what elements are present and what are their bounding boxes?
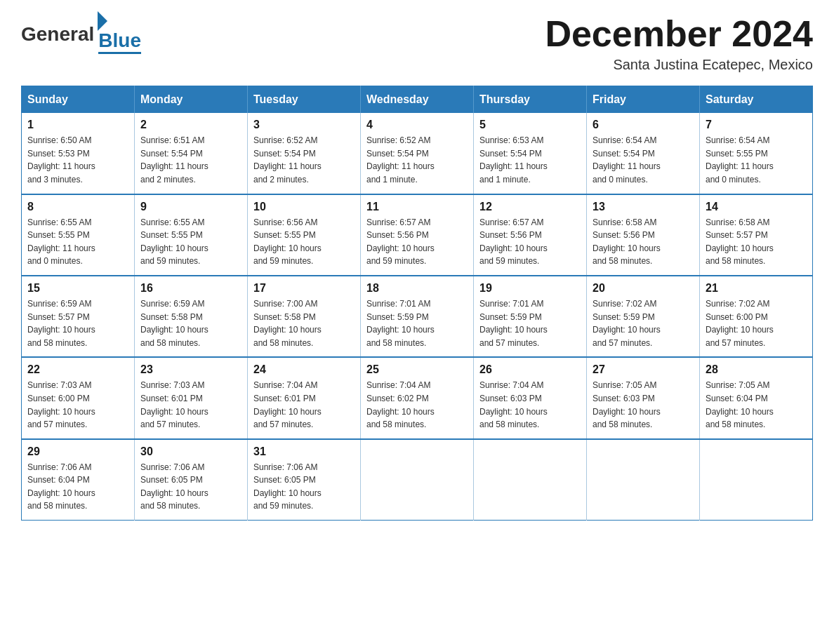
day-info: Sunrise: 6:57 AMSunset: 5:56 PMDaylight:… — [479, 216, 581, 268]
logo-general-text: General — [21, 23, 94, 46]
day-number: 2 — [140, 119, 241, 131]
day-info: Sunrise: 6:59 AMSunset: 5:57 PMDaylight:… — [27, 297, 128, 349]
table-row: 23Sunrise: 7:03 AMSunset: 6:01 PMDayligh… — [135, 357, 248, 438]
day-info: Sunrise: 6:53 AMSunset: 5:54 PMDaylight:… — [479, 134, 581, 186]
day-info: Sunrise: 7:03 AMSunset: 6:00 PMDaylight:… — [27, 379, 128, 431]
table-row: 17Sunrise: 7:00 AMSunset: 5:58 PMDayligh… — [248, 276, 361, 357]
logo-underline — [98, 52, 141, 54]
table-row: 24Sunrise: 7:04 AMSunset: 6:01 PMDayligh… — [248, 357, 361, 438]
table-row: 2Sunrise: 6:51 AMSunset: 5:54 PMDaylight… — [135, 113, 248, 194]
day-info: Sunrise: 7:03 AMSunset: 6:01 PMDaylight:… — [140, 379, 241, 431]
day-info: Sunrise: 6:58 AMSunset: 5:57 PMDaylight:… — [706, 216, 807, 268]
week-row-2: 8Sunrise: 6:55 AMSunset: 5:55 PMDaylight… — [22, 194, 813, 276]
month-title: December 2024 — [545, 14, 813, 54]
days-of-week-row: Sunday Monday Tuesday Wednesday Thursday… — [22, 86, 813, 114]
table-row: 21Sunrise: 7:02 AMSunset: 6:00 PMDayligh… — [700, 276, 813, 357]
table-row: 29Sunrise: 7:06 AMSunset: 6:04 PMDayligh… — [22, 439, 135, 521]
day-number: 7 — [706, 119, 807, 131]
day-info: Sunrise: 7:05 AMSunset: 6:04 PMDaylight:… — [706, 379, 807, 431]
day-info: Sunrise: 7:04 AMSunset: 6:03 PMDaylight:… — [479, 379, 581, 431]
table-row: 16Sunrise: 6:59 AMSunset: 5:58 PMDayligh… — [135, 276, 248, 357]
logo-blue-section: Blue — [98, 31, 141, 54]
day-number: 12 — [479, 201, 581, 213]
day-number: 24 — [253, 363, 355, 376]
table-row: 22Sunrise: 7:03 AMSunset: 6:00 PMDayligh… — [22, 357, 135, 438]
title-block: December 2024 Santa Justina Ecatepec, Me… — [545, 14, 813, 73]
day-info: Sunrise: 6:54 AMSunset: 5:55 PMDaylight:… — [706, 134, 807, 186]
day-number: 26 — [479, 363, 581, 376]
table-row: 25Sunrise: 7:04 AMSunset: 6:02 PMDayligh… — [361, 357, 474, 438]
table-row: 4Sunrise: 6:52 AMSunset: 5:54 PMDaylight… — [361, 113, 474, 194]
day-number: 13 — [593, 201, 694, 213]
day-number: 15 — [27, 282, 128, 295]
friday-header: Friday — [587, 86, 700, 114]
day-number: 28 — [706, 363, 807, 376]
day-number: 11 — [366, 201, 468, 213]
day-number: 3 — [253, 119, 355, 131]
calendar-header: Sunday Monday Tuesday Wednesday Thursday… — [22, 86, 813, 114]
day-number: 31 — [253, 445, 355, 458]
day-number: 19 — [479, 282, 581, 295]
table-row: 1Sunrise: 6:50 AMSunset: 5:53 PMDaylight… — [22, 113, 135, 194]
table-row: 10Sunrise: 6:56 AMSunset: 5:55 PMDayligh… — [248, 194, 361, 276]
day-info: Sunrise: 6:59 AMSunset: 5:58 PMDaylight:… — [140, 297, 241, 349]
calendar-body: 1Sunrise: 6:50 AMSunset: 5:53 PMDaylight… — [22, 113, 813, 520]
table-row: 9Sunrise: 6:55 AMSunset: 5:55 PMDaylight… — [135, 194, 248, 276]
week-row-5: 29Sunrise: 7:06 AMSunset: 6:04 PMDayligh… — [22, 439, 813, 521]
day-number: 6 — [593, 119, 694, 131]
day-number: 27 — [593, 363, 694, 376]
day-info: Sunrise: 7:05 AMSunset: 6:03 PMDaylight:… — [593, 379, 694, 431]
day-number: 8 — [27, 201, 128, 213]
table-row: 26Sunrise: 7:04 AMSunset: 6:03 PMDayligh… — [474, 357, 587, 438]
day-info: Sunrise: 6:54 AMSunset: 5:54 PMDaylight:… — [593, 134, 694, 186]
logo-blue-text: Blue — [98, 31, 141, 51]
day-info: Sunrise: 7:02 AMSunset: 5:59 PMDaylight:… — [593, 297, 694, 349]
day-number: 29 — [27, 445, 128, 458]
table-row: 7Sunrise: 6:54 AMSunset: 5:55 PMDaylight… — [700, 113, 813, 194]
table-row: 28Sunrise: 7:05 AMSunset: 6:04 PMDayligh… — [700, 357, 813, 438]
day-number: 20 — [593, 282, 694, 295]
day-number: 5 — [479, 119, 581, 131]
table-row: 8Sunrise: 6:55 AMSunset: 5:55 PMDaylight… — [22, 194, 135, 276]
day-number: 4 — [366, 119, 468, 131]
day-number: 9 — [140, 201, 241, 213]
day-info: Sunrise: 6:55 AMSunset: 5:55 PMDaylight:… — [27, 216, 128, 268]
wednesday-header: Wednesday — [361, 86, 474, 114]
table-row: 6Sunrise: 6:54 AMSunset: 5:54 PMDaylight… — [587, 113, 700, 194]
table-row: 31Sunrise: 7:06 AMSunset: 6:05 PMDayligh… — [248, 439, 361, 521]
day-info: Sunrise: 6:52 AMSunset: 5:54 PMDaylight:… — [366, 134, 468, 186]
day-info: Sunrise: 7:04 AMSunset: 6:02 PMDaylight:… — [366, 379, 468, 431]
day-number: 17 — [253, 282, 355, 295]
week-row-3: 15Sunrise: 6:59 AMSunset: 5:57 PMDayligh… — [22, 276, 813, 357]
day-info: Sunrise: 6:51 AMSunset: 5:54 PMDaylight:… — [140, 134, 241, 186]
table-row — [474, 439, 587, 521]
day-info: Sunrise: 7:02 AMSunset: 6:00 PMDaylight:… — [706, 297, 807, 349]
day-info: Sunrise: 6:55 AMSunset: 5:55 PMDaylight:… — [140, 216, 241, 268]
week-row-1: 1Sunrise: 6:50 AMSunset: 5:53 PMDaylight… — [22, 113, 813, 194]
logo: General Blue — [21, 14, 141, 54]
table-row: 11Sunrise: 6:57 AMSunset: 5:56 PMDayligh… — [361, 194, 474, 276]
day-info: Sunrise: 6:50 AMSunset: 5:53 PMDaylight:… — [27, 134, 128, 186]
day-info: Sunrise: 7:06 AMSunset: 6:04 PMDaylight:… — [27, 461, 128, 513]
tuesday-header: Tuesday — [248, 86, 361, 114]
calendar-table: Sunday Monday Tuesday Wednesday Thursday… — [21, 86, 813, 521]
day-number: 1 — [27, 119, 128, 131]
table-row: 13Sunrise: 6:58 AMSunset: 5:56 PMDayligh… — [587, 194, 700, 276]
table-row — [587, 439, 700, 521]
day-info: Sunrise: 7:06 AMSunset: 6:05 PMDaylight:… — [140, 461, 241, 513]
saturday-header: Saturday — [700, 86, 813, 114]
table-row: 27Sunrise: 7:05 AMSunset: 6:03 PMDayligh… — [587, 357, 700, 438]
table-row: 19Sunrise: 7:01 AMSunset: 5:59 PMDayligh… — [474, 276, 587, 357]
table-row: 3Sunrise: 6:52 AMSunset: 5:54 PMDaylight… — [248, 113, 361, 194]
day-info: Sunrise: 6:56 AMSunset: 5:55 PMDaylight:… — [253, 216, 355, 268]
table-row — [700, 439, 813, 521]
day-info: Sunrise: 7:01 AMSunset: 5:59 PMDaylight:… — [479, 297, 581, 349]
day-info: Sunrise: 6:52 AMSunset: 5:54 PMDaylight:… — [253, 134, 355, 186]
day-number: 21 — [706, 282, 807, 295]
table-row: 14Sunrise: 6:58 AMSunset: 5:57 PMDayligh… — [700, 194, 813, 276]
sunday-header: Sunday — [22, 86, 135, 114]
table-row: 20Sunrise: 7:02 AMSunset: 5:59 PMDayligh… — [587, 276, 700, 357]
table-row: 12Sunrise: 6:57 AMSunset: 5:56 PMDayligh… — [474, 194, 587, 276]
table-row — [361, 439, 474, 521]
day-info: Sunrise: 6:57 AMSunset: 5:56 PMDaylight:… — [366, 216, 468, 268]
